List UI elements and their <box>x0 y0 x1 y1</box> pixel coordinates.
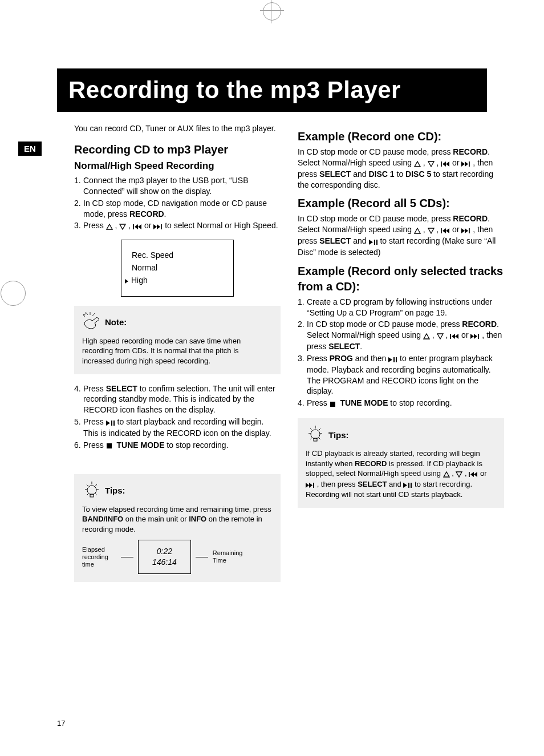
step-number: 4. <box>298 398 307 409</box>
step-number: 2. <box>298 319 307 352</box>
text: and <box>387 480 403 488</box>
text: , <box>435 225 441 234</box>
step-text: Press TUNE MODE to stop recording. <box>307 398 504 409</box>
record-label: RECORD <box>453 147 488 156</box>
text: and <box>351 236 368 245</box>
text: or <box>142 221 153 230</box>
text: to stop recording. <box>164 440 228 450</box>
display-line: High <box>132 275 223 286</box>
step-text: Press , , or to select Normal or High Sp… <box>83 220 281 232</box>
prev-track-icon <box>441 225 450 236</box>
stop-icon <box>330 398 336 409</box>
text: Press <box>83 417 106 426</box>
remaining-label: Remaining Time <box>213 549 247 564</box>
disc5-label: DISC 5 <box>405 169 431 179</box>
page-title: Recording to the mp3 Player <box>57 68 487 112</box>
note-body: High speed recording mode can save time … <box>82 336 273 366</box>
text: , then press <box>317 480 358 488</box>
tips-heading: Tips: <box>306 424 496 446</box>
text: or <box>450 158 461 167</box>
step-text: Connect the mp3 player to the USB port, … <box>83 175 281 197</box>
text: and then <box>353 354 388 363</box>
step-number: 1. <box>74 175 83 197</box>
tips-body: If CD playback is already started, recor… <box>306 448 496 499</box>
step-2: 2. In CD stop mode, CD navigation mode o… <box>74 198 281 220</box>
ex3-step-3: 3. Press PROG and then to enter program … <box>298 353 504 397</box>
text: To view elapsed recording time and remai… <box>82 505 271 514</box>
text: or <box>450 225 461 234</box>
record-label: RECORD <box>462 320 497 329</box>
step-text: Press to start playback and recording wi… <box>83 417 281 439</box>
step-5: 5. Press to start playback and recording… <box>74 417 281 439</box>
step-6: 6. Press TUNE MODE to stop recording. <box>74 440 281 451</box>
text: , <box>462 469 469 478</box>
text: In CD stop mode or CD pause mode, press <box>307 320 462 329</box>
ex3-step-1: 1. Create a CD program by following inst… <box>298 297 504 318</box>
tips-label: Tips: <box>105 485 125 496</box>
elapsed-time-diagram: Elapsed recording time 0:22 146:14 Remai… <box>82 540 273 574</box>
intro-text: You can record CD, Tuner or AUX files to… <box>74 123 281 134</box>
select-label: SELECT <box>328 342 360 351</box>
next-track-icon <box>153 221 163 232</box>
text: Press <box>307 398 330 407</box>
next-track-icon <box>461 158 470 169</box>
step-number: 3. <box>74 220 83 232</box>
next-track-icon <box>461 225 470 236</box>
prev-track-icon <box>450 330 459 341</box>
up-triangle-icon <box>423 330 430 341</box>
play-pause-icon <box>369 236 378 247</box>
text: In CD stop mode or CD pause mode, press <box>298 147 453 156</box>
prev-track-icon <box>441 158 450 169</box>
text: Press <box>307 354 330 363</box>
example-heading: Example (Record one CD): <box>298 129 504 144</box>
text: , <box>450 469 456 478</box>
text: , <box>113 221 120 230</box>
text: . <box>164 209 167 219</box>
bulb-tips-icon <box>82 480 102 502</box>
play-pause-icon <box>106 417 115 428</box>
text: In CD stop mode or CD pause mode, press <box>298 214 453 223</box>
text: to stop recording. <box>388 398 452 407</box>
step-text: Create a CD program by following instruc… <box>307 297 504 318</box>
record-label: RECORD <box>453 214 488 223</box>
connector-line-icon <box>196 557 208 557</box>
register-mark-icon <box>263 2 281 21</box>
step-number: 1. <box>298 297 307 318</box>
play-pause-icon <box>403 480 412 490</box>
select-label: SELECT <box>106 384 137 393</box>
select-label: SELECT <box>319 236 351 245</box>
tips-label: Tips: <box>328 430 349 441</box>
ex3-step-4: 4. Press TUNE MODE to stop recording. <box>298 398 504 409</box>
display-line: Rec. Speed <box>132 250 223 261</box>
hand-note-icon <box>82 312 102 334</box>
example-body: In CD stop mode or CD pause mode, press … <box>298 147 504 190</box>
step-4: 4. Press SELECT to confirm selection. Th… <box>74 383 281 416</box>
step-3: 3. Press , , or to select Normal or High… <box>74 220 281 232</box>
binding-hole-icon <box>1 281 26 306</box>
text: Press <box>83 384 106 393</box>
bulb-tips-icon <box>306 424 325 446</box>
up-triangle-icon <box>106 221 113 232</box>
text: to <box>395 169 405 179</box>
stop-icon <box>106 440 112 451</box>
elapsed-value: 0:22 <box>152 546 177 557</box>
step-text: In CD stop mode or CD pause mode, press … <box>307 319 504 352</box>
text: , <box>126 221 133 230</box>
left-column: You can record CD, Tuner or AUX files to… <box>74 123 281 591</box>
tune-mode-label: TUNE MODE <box>116 440 164 450</box>
connector-line-icon <box>121 557 133 557</box>
text: , <box>430 330 437 339</box>
step-text: Press PROG and then to enter program pla… <box>307 353 504 397</box>
text: Press <box>83 440 106 450</box>
ex3-step-2: 2. In CD stop mode or CD pause mode, pre… <box>298 319 504 352</box>
next-track-icon <box>306 480 315 490</box>
record-label: RECORD <box>355 459 387 468</box>
next-track-icon <box>470 330 480 341</box>
right-column: Example (Record one CD): In CD stop mode… <box>298 123 504 591</box>
select-label: SELECT <box>319 169 351 179</box>
text: and <box>351 169 368 179</box>
manual-page: Recording to the mp3 Player EN You can r… <box>0 0 544 756</box>
note-label: Note: <box>105 317 127 328</box>
prog-label: PROG <box>330 354 353 363</box>
step-number: 2. <box>74 198 83 220</box>
